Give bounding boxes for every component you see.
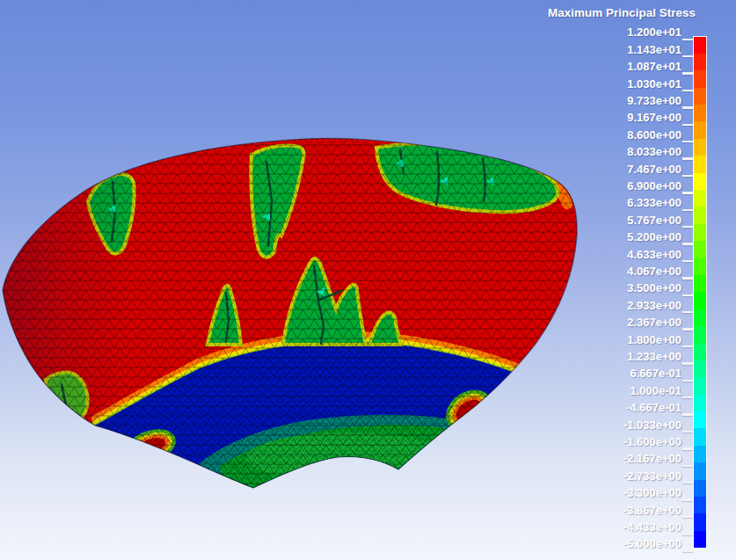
legend-tick (682, 380, 693, 382)
legend-value: 2.933e+00 (627, 297, 681, 314)
colorbar-band (694, 105, 706, 121)
legend-tick (682, 260, 693, 262)
legend-value: 6.667e-01 (630, 365, 681, 382)
legend-value: -3.867e+00 (623, 502, 681, 519)
legend-value: 4.067e+00 (627, 263, 681, 280)
legend-tick (682, 482, 693, 484)
legend-value: 3.500e+00 (627, 280, 681, 296)
legend-value: 6.900e+00 (627, 178, 681, 194)
legend-value: 1.800e+00 (627, 331, 681, 348)
legend-value: -1.033e+00 (623, 417, 681, 433)
colorbar-band (694, 275, 706, 292)
legend-value: 2.367e+00 (627, 314, 681, 331)
edge-shading (0, 123, 598, 560)
legend-tick (682, 396, 693, 398)
legend-tick (682, 533, 693, 535)
colorbar-band (694, 207, 706, 223)
legend-tick (682, 295, 693, 296)
colorbar-band (694, 121, 706, 138)
colorbar-band (694, 309, 706, 326)
colorbar-band (694, 54, 706, 70)
colorbar-band (694, 411, 706, 428)
legend-tick (682, 157, 693, 159)
legend-tick (682, 72, 693, 74)
colorbar-band (694, 446, 706, 462)
colorbar-band (694, 37, 706, 54)
colorbar-band (694, 88, 706, 105)
legend-value: 6.333e+00 (627, 194, 681, 211)
colorbar-band (694, 395, 706, 411)
colorbar-band (694, 70, 706, 87)
legend-value: 5.200e+00 (627, 229, 681, 245)
legend-tick (682, 90, 693, 91)
colorbar-band (694, 173, 706, 190)
legend-value: -5.000e+00 (623, 535, 681, 552)
legend-tick (682, 277, 693, 279)
legend-value: 9.167e+00 (627, 109, 681, 126)
legend-tick (682, 124, 693, 126)
colorbar-band (694, 292, 706, 309)
legend-value: 4.633e+00 (627, 246, 681, 263)
colorbar-band (694, 428, 706, 445)
legend-value: 5.767e+00 (627, 212, 681, 229)
legend-tick (682, 413, 693, 415)
colorbar-band (694, 344, 706, 360)
legend-tick (682, 226, 693, 228)
legend-tick (682, 431, 693, 433)
colorbar (694, 37, 706, 549)
legend-tick (682, 516, 693, 518)
colorbar-band (694, 326, 706, 343)
colorbar-band (694, 224, 706, 241)
legend-tick (682, 465, 693, 467)
legend-value: 1.000e-01 (630, 382, 681, 399)
legend-value: 1.030e+01 (627, 76, 681, 92)
legend-value: 1.200e+01 (627, 24, 681, 40)
colorbar-band (694, 480, 706, 497)
colorbar-band (694, 139, 706, 156)
meshed-part (0, 123, 598, 560)
legend-value: -4.433e+00 (623, 519, 681, 535)
legend-tick (682, 498, 693, 500)
legend-value: 1.143e+01 (627, 41, 681, 58)
legend-tick (682, 141, 693, 142)
colorbar-band (694, 360, 706, 377)
legend-tick (682, 362, 693, 364)
legend-value: -1.600e+00 (623, 433, 681, 450)
legend-value: 1.233e+00 (627, 348, 681, 365)
legend-value: 8.033e+00 (627, 143, 681, 160)
legend-tick (682, 550, 693, 552)
legend-value: -2.167e+00 (623, 450, 681, 467)
legend-tick (682, 209, 693, 211)
legend-value: -3.300e+00 (623, 484, 681, 501)
colorbar-band (694, 241, 706, 258)
legend-tick (682, 311, 693, 313)
legend-tick (682, 39, 693, 40)
legend-value: 1.087e+01 (627, 58, 681, 75)
legend-value: 8.600e+00 (627, 127, 681, 143)
legend-tick (682, 175, 693, 177)
legend-value: -2.733e+00 (623, 468, 681, 484)
colorbar-band (694, 258, 706, 275)
legend-value: 9.733e+00 (627, 92, 681, 109)
legend-value: -4.667e-01 (626, 399, 681, 416)
legend-tick (682, 447, 693, 449)
legend-tick (682, 192, 693, 193)
legend-tick (682, 106, 693, 108)
legend-tick (682, 243, 693, 244)
legend-value: 7.467e+00 (627, 161, 681, 178)
colorbar-band (694, 497, 706, 513)
colorbar-band (694, 462, 706, 479)
legend-tick (682, 345, 693, 347)
colorbar-band (694, 190, 706, 207)
colorbar-band (694, 377, 706, 394)
legend-tick (682, 55, 693, 57)
legend-title: Maximum Principal Stress (548, 6, 696, 19)
colorbar-band (694, 156, 706, 172)
viewport: Maximum Principal Stress 1.200e+011.143e… (0, 0, 736, 560)
colorbar-band (694, 531, 706, 548)
legend-tick (682, 328, 693, 330)
colorbar-band (694, 513, 706, 530)
